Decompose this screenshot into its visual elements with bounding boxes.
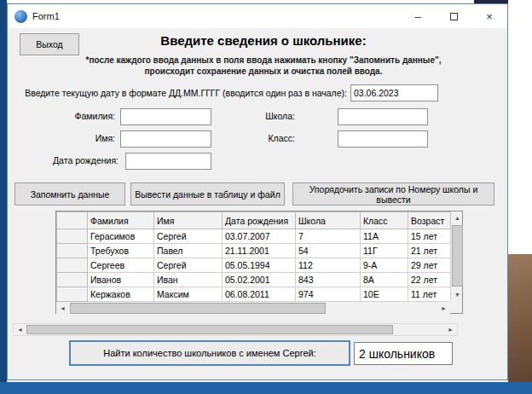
grid-cell[interactable]: 21.11.2001: [223, 244, 296, 258]
sort-button[interactable]: Упорядочить записи по Номеру школы и выв…: [292, 183, 494, 206]
surname-label: Фамилия:: [25, 111, 115, 121]
grid-column-header[interactable]: Дата рождения: [223, 212, 296, 229]
grid-vscroll-thumb[interactable]: [452, 225, 463, 287]
scroll-left-icon[interactable]: ◄: [14, 323, 26, 336]
grid-cell[interactable]: 112: [296, 258, 361, 273]
save-button[interactable]: Запомнить данные: [14, 183, 125, 206]
grid-cell[interactable]: 843: [296, 273, 361, 287]
grid-cell[interactable]: Сергей: [154, 258, 223, 273]
note-line-1: *после каждого ввода данных в поля ввода…: [42, 55, 485, 65]
grid-cell[interactable]: 29 лет: [408, 258, 451, 273]
grid-cell[interactable]: 03.07.2007: [223, 229, 296, 244]
note-line-2: происходит сохранение данных и очистка п…: [42, 67, 485, 76]
app-icon: [14, 10, 27, 23]
date-input[interactable]: [350, 84, 438, 101]
scroll-up-icon[interactable]: ▲: [451, 211, 464, 224]
table-row: ИвановИван05.02.20018438А22 лет: [57, 273, 451, 287]
grid-cell[interactable]: 54: [296, 244, 361, 258]
grid-cell[interactable]: 974: [296, 287, 361, 302]
row-header[interactable]: [57, 273, 88, 287]
date-label: Введите текущую дату в формате ДД.ММ.ГГГ…: [8, 88, 347, 98]
grid-column-header[interactable]: Имя: [154, 212, 223, 229]
row-header[interactable]: [57, 258, 88, 273]
school-input[interactable]: [338, 108, 428, 125]
form-hscroll-thumb[interactable]: [26, 325, 393, 334]
grid-cell[interactable]: Герасимов: [88, 229, 154, 244]
grid-cell[interactable]: 10Е: [361, 287, 408, 302]
grid-column-header[interactable]: Школа: [296, 212, 361, 229]
grid-cell[interactable]: 05.05.1994: [223, 258, 296, 273]
birthdate-label: Дата рождения:: [25, 155, 119, 165]
table-row: СергеевСергей05.05.19941129-А29 лет: [57, 258, 451, 273]
grid-cell[interactable]: 05.02.2001: [223, 273, 296, 287]
form-client-area: Выход Введите сведения о школьнике: *пос…: [8, 28, 507, 380]
grid-column-header[interactable]: Класс: [361, 212, 408, 229]
grid-corner-header[interactable]: [57, 212, 88, 229]
row-header[interactable]: [57, 229, 88, 244]
maximize-icon: [450, 13, 458, 20]
grid-cell[interactable]: Иванов: [88, 273, 154, 287]
students-table: ФамилияИмяДата рожденияШколаКлассВозраст…: [56, 211, 451, 302]
grid-cell[interactable]: 15 лет: [408, 229, 451, 244]
grid-column-header[interactable]: Фамилия: [88, 212, 154, 229]
grid-cell[interactable]: 22 лет: [408, 273, 451, 287]
row-header[interactable]: [57, 287, 88, 302]
grid-header-row: ФамилияИмяДата рожденияШколаКлассВозраст: [57, 212, 451, 229]
result-output[interactable]: [354, 342, 453, 365]
grid-horizontal-scrollbar[interactable]: ◄ ►: [56, 302, 450, 316]
desktop-left-strip: [0, 0, 7, 394]
grid-cell[interactable]: 9-А: [361, 258, 408, 273]
class-label: Класс:: [239, 133, 295, 143]
maximize-button[interactable]: [436, 4, 471, 28]
grid-cell[interactable]: Сергей: [154, 229, 223, 244]
scroll-left-icon[interactable]: ◄: [56, 302, 69, 315]
class-input[interactable]: [338, 130, 428, 148]
table-row: ТребуховПавел21.11.20015411Г21 лет: [57, 244, 451, 258]
taskbar[interactable]: [0, 382, 532, 394]
grid-cell[interactable]: 11А: [361, 229, 408, 244]
export-button[interactable]: Вывести данные в таблицу и файл: [130, 183, 285, 206]
grid-cell[interactable]: 21 лет: [408, 244, 451, 258]
grid-scroll-corner: [448, 299, 462, 313]
grid-cell[interactable]: 11 лет: [408, 287, 451, 302]
title-bar[interactable]: Form1 – ×: [8, 4, 507, 28]
grid-cell[interactable]: Сергеев: [88, 258, 154, 273]
desktop-wallpaper: [508, 254, 532, 382]
grid-cell[interactable]: 06.08.2011: [223, 287, 296, 302]
grid-vertical-scrollbar[interactable]: ▲ ▼: [451, 211, 462, 301]
name-input[interactable]: [120, 130, 211, 148]
scroll-right-icon[interactable]: ►: [444, 323, 457, 336]
grid-cell[interactable]: Требухов: [88, 244, 154, 258]
grid-column-header[interactable]: Возраст: [408, 212, 451, 229]
school-label: Школа:: [239, 111, 295, 121]
table-row: КержаковМаксим06.08.201197410Е11 лет: [57, 287, 451, 302]
grid-hscroll-thumb[interactable]: [70, 303, 326, 314]
birthdate-input[interactable]: [125, 153, 211, 170]
find-count-button[interactable]: Найти количество школьников с именем Сер…: [69, 340, 350, 366]
app-window: Form1 – × Выход Введите сведения о школь…: [7, 3, 508, 380]
grid-cell[interactable]: Иван: [154, 273, 223, 287]
students-grid: ФамилияИмяДата рожденияШколаКлассВозраст…: [55, 211, 463, 314]
window-title: Form1: [32, 11, 60, 21]
grid-cell[interactable]: Максим: [154, 287, 223, 302]
row-header[interactable]: [57, 244, 88, 258]
grid-cell[interactable]: Павел: [154, 244, 223, 258]
table-row: ГерасимовСергей03.07.2007711А15 лет: [57, 229, 451, 244]
grid-cell[interactable]: Кержаков: [88, 287, 154, 302]
exit-button[interactable]: Выход: [20, 33, 79, 55]
page-title: Введите сведения о школьнике:: [93, 33, 434, 48]
minimize-button[interactable]: –: [400, 4, 436, 28]
grid-cell[interactable]: 11Г: [361, 244, 408, 258]
surname-input[interactable]: [120, 108, 211, 125]
name-label: Имя:: [25, 133, 115, 143]
grid-cell[interactable]: 8А: [361, 273, 408, 287]
grid-cell[interactable]: 7: [296, 229, 361, 244]
form-horizontal-scrollbar[interactable]: ◄ ►: [13, 323, 458, 336]
close-button[interactable]: ×: [471, 4, 507, 28]
